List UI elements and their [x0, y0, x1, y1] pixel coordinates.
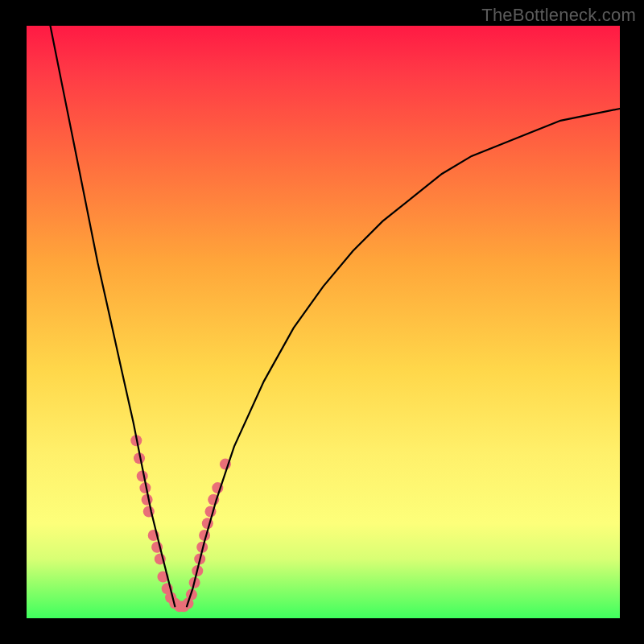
- marker-dot: [137, 470, 148, 481]
- chart-svg: [27, 26, 620, 618]
- curve-right: [187, 109, 620, 606]
- watermark-text: TheBottleneck.com: [481, 5, 636, 26]
- chart-frame: TheBottleneck.com: [0, 0, 644, 644]
- curve-left: [51, 26, 175, 606]
- markers-group: [130, 435, 231, 612]
- marker-dot: [142, 494, 153, 506]
- plot-area: [27, 26, 620, 618]
